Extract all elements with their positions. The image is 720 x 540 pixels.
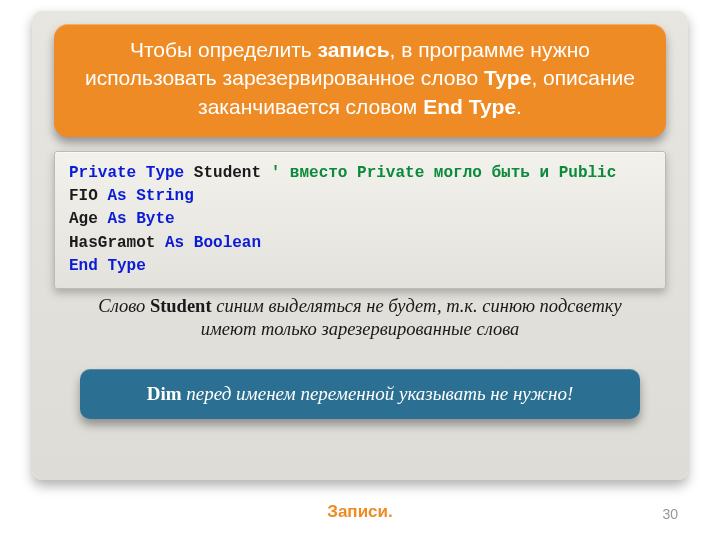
text-bold: Student [150, 296, 212, 316]
text-bold: Dim [147, 383, 182, 404]
footer-title: Записи. [0, 502, 720, 522]
text-bold: Type [484, 66, 531, 89]
code-block: Private Type Student ' вместо Private мо… [54, 151, 666, 289]
text: . [516, 95, 522, 118]
code-keyword: Private Type [69, 164, 184, 182]
text-bold: запись [318, 38, 390, 61]
code-ident: FIO [69, 187, 107, 205]
code-ident: HasGramot [69, 234, 165, 252]
text: Слово [98, 296, 150, 316]
text: перед именем переменной указывать не нуж… [182, 383, 574, 404]
slide-card: Чтобы определить запись, в программе нуж… [32, 10, 688, 480]
code-keyword: As Boolean [165, 234, 261, 252]
text: Чтобы определить [130, 38, 318, 61]
code-keyword: As String [107, 187, 193, 205]
header-callout: Чтобы определить запись, в программе нуж… [54, 24, 666, 137]
code-comment: ' вместо Private могло быть и Public [271, 164, 617, 182]
text: синим выделяться не будет, т.к. синюю по… [201, 296, 622, 339]
code-ident: Age [69, 210, 107, 228]
blue-callout: Dim перед именем переменной указывать не… [80, 369, 640, 419]
text-bold: End Type [423, 95, 516, 118]
code-keyword: As Byte [107, 210, 174, 228]
code-keyword: End Type [69, 257, 146, 275]
code-ident: Student [184, 164, 270, 182]
note-text: Слово Student синим выделяться не будет,… [54, 295, 666, 341]
page-number: 30 [662, 506, 678, 522]
